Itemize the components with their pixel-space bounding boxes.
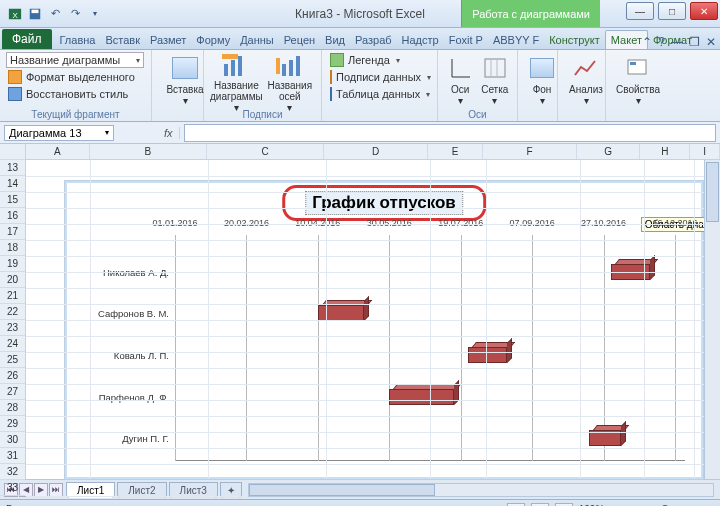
column-header[interactable]: G	[577, 144, 641, 159]
row-header[interactable]: 22	[0, 304, 25, 320]
row-header[interactable]: 28	[0, 400, 25, 416]
fx-button[interactable]: fx	[158, 127, 180, 139]
wb-close-icon[interactable]: ✕	[706, 35, 716, 49]
legend-button[interactable]: Легенда▾	[328, 52, 431, 68]
row-header[interactable]: 20	[0, 272, 25, 288]
worksheet[interactable]: 1314151617181920212223242526272829303132…	[0, 144, 720, 479]
save-icon[interactable]	[26, 5, 44, 23]
chart-title-button[interactable]: Название диаграммы▾	[210, 52, 263, 108]
data-bar[interactable]	[468, 347, 507, 363]
column-header[interactable]: I	[690, 144, 720, 159]
vertical-scrollbar[interactable]	[704, 160, 720, 479]
props-label: Свойства	[616, 84, 660, 95]
tab-data[interactable]: Данны	[235, 31, 279, 49]
name-box[interactable]: Диаграмма 13▾	[4, 125, 114, 141]
qat-more-icon[interactable]: ▾	[86, 5, 104, 23]
axes-label: Оси	[451, 84, 469, 95]
tab-abbyy[interactable]: ABBYY F	[488, 31, 544, 49]
chart-element-combo[interactable]: Название диаграммы▾	[6, 52, 144, 68]
picture-icon	[171, 54, 199, 82]
tab-developer[interactable]: Разраб	[350, 31, 397, 49]
wb-minimize-icon[interactable]: —	[671, 35, 683, 49]
tab-view[interactable]: Вид	[320, 31, 350, 49]
horizontal-scrollbar[interactable]	[248, 483, 714, 497]
row-header[interactable]: 21	[0, 288, 25, 304]
row-header[interactable]: 29	[0, 416, 25, 432]
row-header[interactable]: 14	[0, 176, 25, 192]
excel-icon[interactable]: X	[6, 5, 24, 23]
row-header[interactable]: 15	[0, 192, 25, 208]
tab-foxit[interactable]: Foxit P	[444, 31, 488, 49]
sheet-nav-last[interactable]: ⏭	[49, 483, 63, 497]
row-header[interactable]: 16	[0, 208, 25, 224]
plot-area-button[interactable]: Фон▾	[524, 52, 560, 108]
row-header[interactable]: 18	[0, 240, 25, 256]
view-normal-button[interactable]	[507, 503, 525, 507]
ribbon-group-insert: Вставка▾	[152, 50, 204, 121]
row-header[interactable]: 25	[0, 352, 25, 368]
column-header[interactable]: A	[26, 144, 90, 159]
minimize-button[interactable]: —	[626, 2, 654, 20]
gridlines-button[interactable]: Сетка▾	[479, 52, 512, 108]
row-header[interactable]: 23	[0, 320, 25, 336]
column-header[interactable]: B	[90, 144, 207, 159]
tab-review[interactable]: Рецен	[279, 31, 320, 49]
properties-button[interactable]: Свойства▾	[612, 52, 664, 108]
sheet-nav-next[interactable]: ▶	[34, 483, 48, 497]
vertical-scroll-thumb[interactable]	[706, 162, 719, 222]
svg-text:X: X	[12, 10, 18, 19]
tab-insert[interactable]: Вставк	[100, 31, 145, 49]
horizontal-scroll-thumb[interactable]	[249, 484, 435, 496]
help-icon[interactable]: ?	[658, 35, 665, 49]
column-header[interactable]: D	[324, 144, 427, 159]
tab-design[interactable]: Конструкт	[544, 31, 605, 49]
analysis-button[interactable]: Анализ▾	[564, 52, 608, 108]
column-header[interactable]: F	[483, 144, 576, 159]
axis-titles-button[interactable]: Названия осей▾	[265, 52, 315, 108]
row-header[interactable]: 30	[0, 432, 25, 448]
row-header[interactable]: 24	[0, 336, 25, 352]
file-tab[interactable]: Файл	[2, 29, 52, 49]
maximize-button[interactable]: □	[658, 2, 686, 20]
x-tick-label: 01.01.2016	[152, 218, 197, 228]
category-label: Сафронов В. М.	[98, 308, 175, 319]
svg-rect-14	[485, 59, 505, 77]
row-header[interactable]: 32	[0, 464, 25, 480]
column-header[interactable]: C	[207, 144, 324, 159]
view-pagebreak-button[interactable]	[555, 503, 573, 507]
axes-button[interactable]: Оси▾	[444, 52, 477, 108]
data-bar[interactable]	[318, 305, 364, 321]
tab-home[interactable]: Главна	[55, 31, 101, 49]
row-header[interactable]: 33	[0, 480, 25, 496]
view-pagelayout-button[interactable]	[531, 503, 549, 507]
close-button[interactable]: ✕	[690, 2, 718, 20]
wb-restore-icon[interactable]: ❐	[689, 35, 700, 49]
chart-object[interactable]: График отпусков Область диагр 01.01.2016…	[64, 180, 704, 480]
x-tick-label: 30.05.2016	[367, 218, 412, 228]
data-table-button[interactable]: Таблица данных▾	[328, 86, 431, 102]
chart-title[interactable]: График отпусков	[305, 191, 463, 215]
column-header[interactable]: H	[640, 144, 690, 159]
column-header[interactable]: E	[428, 144, 484, 159]
row-header[interactable]: 13	[0, 160, 25, 176]
grid-area[interactable]: График отпусков Область диагр 01.01.2016…	[26, 160, 720, 479]
format-selection-label: Формат выделенного	[26, 71, 135, 83]
tab-layout[interactable]: Размет	[145, 31, 191, 49]
formula-input[interactable]	[184, 124, 716, 142]
row-header[interactable]: 26	[0, 368, 25, 384]
row-header[interactable]: 27	[0, 384, 25, 400]
undo-icon[interactable]: ↶	[46, 5, 64, 23]
row-header[interactable]: 31	[0, 448, 25, 464]
row-header[interactable]: 17	[0, 224, 25, 240]
row-header[interactable]: 19	[0, 256, 25, 272]
minimize-ribbon-icon[interactable]: ⌃	[642, 35, 652, 49]
tab-addins[interactable]: Надстр	[397, 31, 444, 49]
svg-rect-6	[238, 56, 242, 76]
reset-style-button[interactable]: Восстановить стиль	[6, 86, 145, 102]
data-bar[interactable]	[389, 389, 453, 405]
reset-style-label: Восстановить стиль	[26, 88, 128, 100]
format-selection-button[interactable]: Формат выделенного	[6, 69, 145, 85]
tab-formulas[interactable]: Форму	[191, 31, 235, 49]
redo-icon[interactable]: ↷	[66, 5, 84, 23]
data-labels-button[interactable]: Подписи данных▾	[328, 69, 431, 85]
